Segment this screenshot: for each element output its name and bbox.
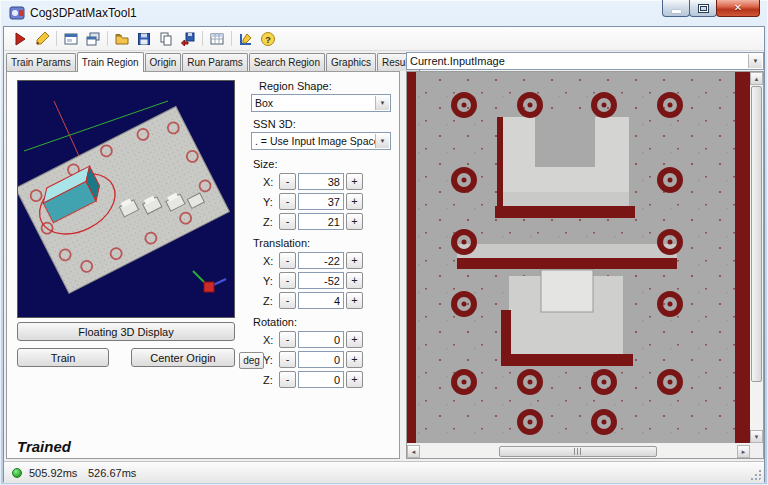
tools-button[interactable] (235, 29, 257, 49)
rotation-x-increment-button[interactable]: + (346, 331, 363, 348)
maximize-button[interactable] (689, 0, 717, 17)
tools-icon (238, 31, 254, 47)
input-image-display[interactable] (407, 72, 750, 443)
region-shape-label: Region Shape: (259, 80, 391, 92)
save-button[interactable] (133, 29, 155, 49)
table-button[interactable] (206, 29, 228, 49)
scroll-grip-icon (574, 448, 583, 455)
ssn-select[interactable]: . = Use Input Image Space (251, 132, 391, 150)
tab-train-params[interactable]: Train Params (6, 53, 76, 71)
tab-search-region[interactable]: Search Region (249, 53, 325, 71)
dropdown-arrow-icon[interactable] (375, 134, 389, 148)
run-button[interactable] (9, 29, 31, 49)
horizontal-scrollbar[interactable] (407, 445, 750, 458)
translation-y-increment-button[interactable]: + (346, 272, 363, 289)
ssn-value: . = Use Input Image Space (255, 135, 380, 147)
auto-run-button[interactable] (31, 29, 53, 49)
translation-x-decrement-button[interactable]: - (279, 252, 296, 269)
input-image-value: Current.InputImage (410, 55, 505, 67)
size-y-increment-button[interactable]: + (346, 193, 363, 210)
region-shape-value: Box (255, 97, 273, 109)
size-x-decrement-button[interactable]: - (279, 173, 296, 190)
fixture-bottom (501, 270, 633, 366)
rotation-x-input[interactable] (298, 331, 344, 348)
train-button[interactable]: Train (17, 348, 109, 367)
tab-run-params[interactable]: Run Params (182, 53, 248, 71)
tab-label: Train Region (82, 57, 139, 68)
size-z-input[interactable] (298, 213, 344, 230)
translation-z-axis-label: Z: (263, 295, 277, 307)
size-x-input[interactable] (298, 173, 344, 190)
app-window: Cog3DPatMaxTool1 ✕ (0, 0, 768, 485)
open-icon (114, 31, 130, 47)
save-as-button[interactable] (177, 29, 199, 49)
copy-button[interactable] (155, 29, 177, 49)
save-icon (136, 31, 152, 47)
vertical-scrollbar[interactable] (750, 72, 763, 443)
resize-grip-icon[interactable] (750, 469, 763, 482)
rotation-z-decrement-button[interactable]: - (279, 371, 296, 388)
train-region-page: Floating 3D Display Train Center Origin … (6, 71, 400, 459)
dropdown-arrow-icon[interactable] (375, 96, 389, 110)
titlebar[interactable]: Cog3DPatMaxTool1 ✕ (0, 0, 768, 26)
size-z-increment-button[interactable]: + (346, 213, 363, 230)
trained-status-text: Trained (17, 438, 71, 455)
scroll-left-button[interactable] (407, 445, 420, 458)
open-button[interactable] (111, 29, 133, 49)
scroll-up-button[interactable] (750, 72, 763, 85)
tab-label: Graphics (331, 57, 371, 68)
crossbeam (457, 244, 677, 269)
scroll-down-button[interactable] (750, 430, 763, 443)
local-display-button[interactable] (60, 29, 82, 49)
tab-train-region[interactable]: Train Region (77, 52, 144, 72)
center-origin-button[interactable]: Center Origin (131, 348, 235, 367)
size-y-input[interactable] (298, 193, 344, 210)
3d-display[interactable] (17, 80, 235, 318)
horizontal-scroll-thumb[interactable] (499, 446, 657, 457)
size-x-axis-label: X: (263, 176, 277, 188)
floating-display-button[interactable] (82, 29, 104, 49)
size-z-axis-label: Z: (263, 216, 277, 228)
translation-z-increment-button[interactable]: + (346, 292, 363, 309)
help-button[interactable]: ? (257, 29, 279, 49)
close-button[interactable]: ✕ (716, 0, 760, 17)
rotation-y-axis-label: Y: (263, 354, 277, 366)
translation-y-decrement-button[interactable]: - (279, 272, 296, 289)
rotation-y-increment-button[interactable]: + (346, 351, 363, 368)
size-z-decrement-button[interactable]: - (279, 213, 296, 230)
status-bar: 505.92ms 526.67ms (4, 461, 764, 483)
input-image-select[interactable]: Current.InputImage (406, 52, 764, 70)
translation-z-input[interactable] (298, 292, 344, 309)
rotation-y-decrement-button[interactable]: - (279, 351, 296, 368)
window-title: Cog3DPatMaxTool1 (30, 6, 137, 20)
size-y-decrement-button[interactable]: - (279, 193, 296, 210)
translation-x-input[interactable] (298, 252, 344, 269)
region-shape-select[interactable]: Box (251, 94, 391, 112)
tab-graphics[interactable]: Graphics (326, 53, 376, 71)
translation-y-input[interactable] (298, 272, 344, 289)
run-icon (12, 31, 28, 47)
translation-label: Translation: (253, 237, 391, 249)
image-panel (406, 71, 764, 459)
save-as-icon (180, 31, 196, 47)
rotation-y-input[interactable] (298, 351, 344, 368)
translation-x-increment-button[interactable]: + (346, 252, 363, 269)
vertical-scroll-thumb[interactable] (751, 86, 762, 382)
rotation-x-axis-label: X: (263, 334, 277, 346)
rotation-z-increment-button[interactable]: + (346, 371, 363, 388)
translation-z-decrement-button[interactable]: - (279, 292, 296, 309)
floating-display-icon (85, 31, 101, 47)
size-x-increment-button[interactable]: + (346, 173, 363, 190)
rotation-x-decrement-button[interactable]: - (279, 331, 296, 348)
translation-y-axis-label: Y: (263, 275, 277, 287)
rotation-z-input[interactable] (298, 371, 344, 388)
tab-origin[interactable]: Origin (145, 53, 182, 71)
minimize-button[interactable] (662, 0, 690, 17)
fixture-top (495, 117, 635, 218)
floating-3d-display-button[interactable]: Floating 3D Display (17, 322, 235, 341)
left-edge-stripe (407, 72, 416, 443)
toolbar: ? (4, 27, 764, 51)
dropdown-arrow-icon[interactable] (748, 54, 762, 68)
scroll-right-button[interactable] (737, 445, 750, 458)
deg-button[interactable]: deg (239, 352, 264, 369)
